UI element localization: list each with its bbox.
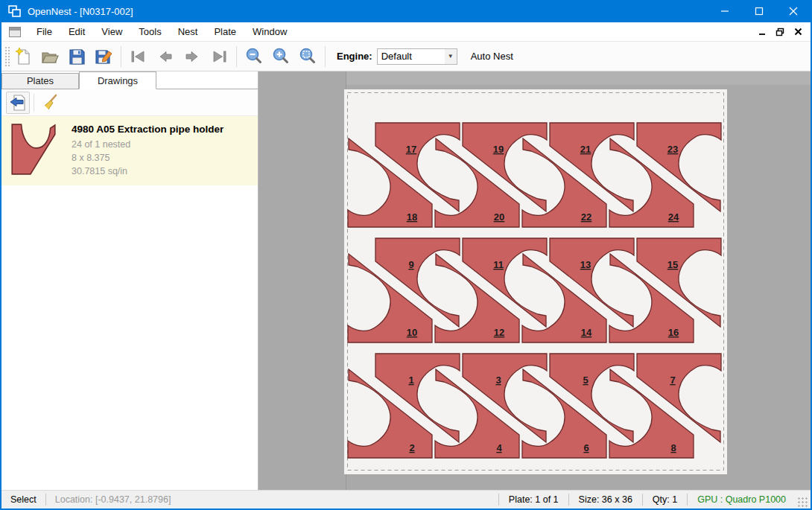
previous-arrow-icon <box>156 47 175 66</box>
toolbar-separator <box>325 46 326 67</box>
new-button[interactable] <box>10 44 37 69</box>
save-button[interactable] <box>63 44 90 69</box>
part-number-label: 18 <box>407 211 417 223</box>
part-number-label: 11 <box>493 259 504 270</box>
maximize-icon[interactable] <box>742 0 776 22</box>
mdi-minimize-icon[interactable] <box>755 26 769 38</box>
part-number-label: 19 <box>493 144 504 155</box>
drawings-toolbar <box>1 89 258 116</box>
import-arrow-icon <box>9 94 27 112</box>
status-bar: Select Location: [-0.9437, 21.8796] Plat… <box>1 490 811 509</box>
send-back-button[interactable] <box>6 92 30 114</box>
open-folder-icon <box>40 47 60 66</box>
close-icon[interactable] <box>776 0 811 22</box>
drawing-area: 30.7815 sq/in <box>72 165 223 178</box>
part-number-label: 20 <box>494 211 504 223</box>
next-arrow-icon <box>183 47 202 66</box>
window-title: OpenNest - [N0317-002] <box>28 6 708 17</box>
mdi-document-icon[interactable] <box>9 27 21 37</box>
mdi-restore-icon[interactable] <box>773 26 787 38</box>
menu-edit[interactable]: Edit <box>60 22 93 42</box>
new-document-icon <box>13 47 33 66</box>
part-number-label: 2 <box>409 442 414 453</box>
toolbar-separator <box>121 46 121 67</box>
part-number-label: 8 <box>670 442 676 453</box>
menu-file[interactable]: File <box>28 22 60 42</box>
last-plate-button[interactable] <box>206 44 232 69</box>
broom-icon <box>41 94 59 112</box>
menu-tools[interactable]: Tools <box>130 22 169 42</box>
resize-grip[interactable] <box>797 497 808 507</box>
first-arrow-icon <box>129 47 148 66</box>
save-as-button[interactable] <box>90 44 117 69</box>
zoom-out-button[interactable] <box>241 44 267 69</box>
part-number-label: 22 <box>581 211 591 223</box>
drawing-title: 4980 A05 Extraction pipe holder <box>72 124 223 135</box>
first-plate-button[interactable] <box>125 44 152 69</box>
open-button[interactable] <box>37 44 63 69</box>
part-number-label: 5 <box>583 374 588 386</box>
main-toolbar: Engine: Default ▼ Auto Nest <box>1 42 811 71</box>
engine-label: Engine: <box>337 51 372 62</box>
nested-parts: 171819202122232491011121314151612345678 <box>344 89 727 474</box>
part-number-label: 6 <box>583 442 589 453</box>
zoom-in-icon <box>271 47 291 66</box>
minimize-icon[interactable] <box>708 0 742 22</box>
auto-nest-button[interactable]: Auto Nest <box>466 48 518 64</box>
part-number-label: 1 <box>408 374 413 386</box>
plate-qty: Qty: 1 <box>643 494 687 505</box>
plate-count: Plate: 1 of 1 <box>499 494 568 505</box>
save-edit-icon <box>94 47 113 66</box>
title-bar: OpenNest - [N0317-002] <box>1 0 811 22</box>
chevron-down-icon[interactable]: ▼ <box>445 49 457 64</box>
tab-drawings[interactable]: Drawings <box>79 71 156 89</box>
save-icon <box>67 47 86 66</box>
toolbar-separator <box>34 94 34 112</box>
part-number-label: 16 <box>668 327 679 338</box>
engine-value: Default <box>378 51 445 62</box>
panel-tabs: Plates Drawings <box>1 71 258 89</box>
drawing-nested-count: 24 of 1 nested <box>72 138 223 151</box>
toolbar-grip[interactable] <box>4 45 10 68</box>
gpu-indicator: GPU : Quadro P1000 <box>688 494 796 505</box>
clear-button[interactable] <box>38 92 62 114</box>
side-panel: Plates Drawings <box>1 71 258 490</box>
part-number-label: 21 <box>580 144 591 155</box>
previous-plate-button[interactable] <box>152 44 179 69</box>
cursor-location: Location: [-0.9437, 21.8796] <box>46 494 180 505</box>
menu-bar: FileEditViewToolsNestPlateWindow <box>1 22 811 42</box>
part-number-label: 7 <box>670 374 675 386</box>
menu-plate[interactable]: Plate <box>206 22 244 42</box>
part-number-label: 14 <box>581 327 592 338</box>
part-number-label: 4 <box>496 442 502 453</box>
part-number-label: 13 <box>580 259 591 270</box>
engine-select[interactable]: Default ▼ <box>377 48 457 65</box>
zoom-out-icon <box>244 47 264 66</box>
app-window: OpenNest - [N0317-002] FileEditViewTools… <box>0 0 812 510</box>
toolbar-separator <box>236 46 237 67</box>
drawing-size: 8 x 8.375 <box>72 151 223 165</box>
part-number-label: 23 <box>667 144 678 155</box>
nest-canvas[interactable]: 171819202122232491011121314151612345678 <box>258 71 811 490</box>
tab-plates[interactable]: Plates <box>1 73 79 89</box>
part-number-label: 15 <box>667 259 678 270</box>
zoom-fit-button[interactable] <box>294 44 321 69</box>
mode-indicator: Select <box>1 494 45 505</box>
part-number-label: 10 <box>407 327 417 338</box>
part-number-label: 24 <box>668 211 679 223</box>
plate-size: Size: 36 x 36 <box>569 494 642 505</box>
menu-view[interactable]: View <box>93 22 130 42</box>
plate-view[interactable]: 171819202122232491011121314151612345678 <box>344 89 727 474</box>
next-plate-button[interactable] <box>179 44 206 69</box>
zoom-in-button[interactable] <box>267 44 294 69</box>
part-number-label: 12 <box>494 327 504 338</box>
last-arrow-icon <box>209 47 229 66</box>
drawing-list-item[interactable]: 4980 A05 Extraction pipe holder 24 of 1 … <box>1 116 258 185</box>
mdi-close-icon[interactable] <box>791 26 805 38</box>
drawing-list-empty-area <box>1 185 258 490</box>
child-window-strip <box>346 71 811 85</box>
part-number-label: 17 <box>406 144 416 155</box>
menu-window[interactable]: Window <box>244 22 295 42</box>
menu-nest[interactable]: Nest <box>170 22 206 42</box>
part-number-label: 9 <box>408 259 413 270</box>
